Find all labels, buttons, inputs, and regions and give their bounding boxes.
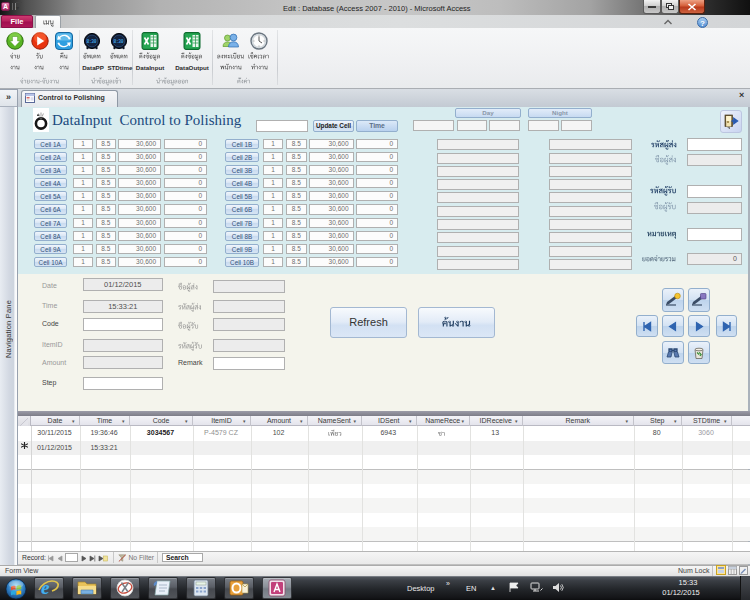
svg-text:8:30: 8:30: [114, 38, 124, 43]
svg-text:8:30: 8:30: [87, 38, 97, 43]
